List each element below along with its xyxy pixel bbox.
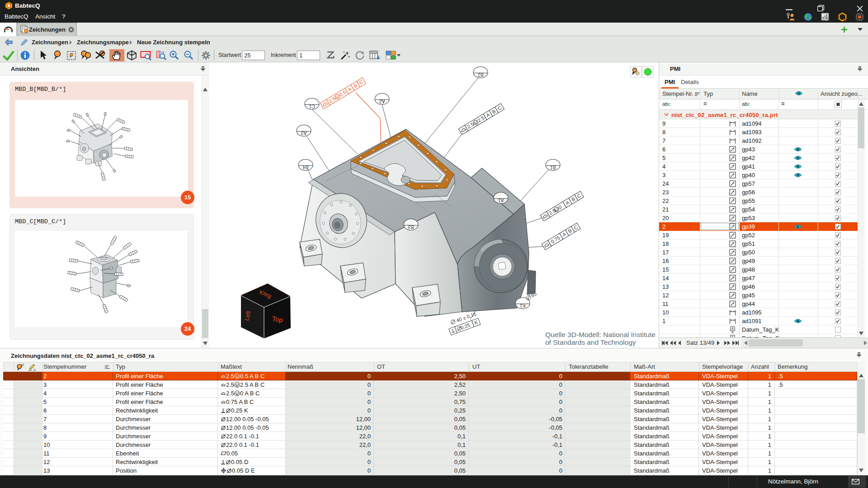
svg-text:123: 123 [21,363,24,366]
svg-text:B1: B1 [550,165,556,170]
svg-text:B3: B3 [408,225,414,230]
svg-text:B4: B4 [302,165,308,170]
svg-text:of Standards and Technology: of Standards and Technology [545,338,636,346]
svg-text:A: A [731,327,734,331]
svg-text:Quelle 3D-Modell: National Ins: Quelle 3D-Modell: National Institute [545,331,656,338]
svg-text:A2: A2 [379,99,385,104]
svg-text:C1: C1 [309,104,315,109]
svg-text:A3: A3 [301,131,307,136]
svg-text:B2: B2 [477,72,483,78]
svg-text:Top: Top [272,314,283,324]
svg-text:K1: K1 [519,303,525,309]
svg-text:A1: A1 [498,198,504,203]
